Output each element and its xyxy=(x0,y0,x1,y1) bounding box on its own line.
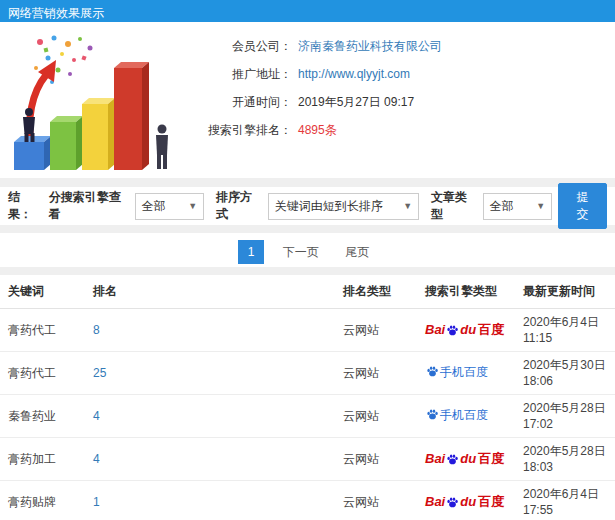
baidu-paw-icon xyxy=(426,408,439,421)
updated-cell: 2020年5月30日 18:06 xyxy=(515,352,615,395)
promo-url-label: 推广地址： xyxy=(182,66,292,82)
baidu-pc-logo: Baidu百度 xyxy=(425,451,504,467)
engine-cell: Baidu百度 xyxy=(417,309,515,352)
submit-button[interactable]: 提交 xyxy=(558,183,607,229)
rank-cell: 8 xyxy=(85,309,335,352)
pagination: 1 下一页 尾页 xyxy=(0,233,615,267)
table-row: 膏药代工 8 云网站 Baidu百度 2020年6月4日 11:15 xyxy=(0,309,615,352)
keyword-cell: 膏药代工 xyxy=(0,309,85,352)
rank-link[interactable]: 1 xyxy=(93,495,100,509)
next-page-link[interactable]: 下一页 xyxy=(275,239,327,266)
company-label: 会员公司： xyxy=(182,38,292,54)
baidu-paw-icon xyxy=(426,365,439,378)
company-link[interactable]: 济南秦鲁药业科技有限公司 xyxy=(298,38,442,54)
engine-cell: 手机百度 xyxy=(417,352,515,395)
sort-select[interactable]: 关键词由短到长排序 ▼ xyxy=(268,193,419,220)
sort-select-value: 关键词由短到长排序 xyxy=(275,198,383,215)
result-label: 结果： xyxy=(8,189,43,223)
engine-select-value: 全部 xyxy=(142,198,166,215)
rank-type-cell: 云网站 xyxy=(335,309,417,352)
filter-controls: 分搜索引擎查看 全部 ▼ 排序方式 关键词由短到长排序 ▼ 文章类型 全部 ▼ … xyxy=(43,183,607,229)
col-header-keyword: 关键词 xyxy=(0,275,85,309)
page-title: 网络营销效果展示 xyxy=(8,6,104,20)
baidu-paw-icon xyxy=(446,453,459,466)
promo-url-link[interactable]: http://www.qlyyjt.com xyxy=(298,66,410,82)
rank-count-value: 4895条 xyxy=(298,122,337,138)
col-header-rank: 排名 xyxy=(85,275,335,309)
open-date-value: 2019年5月27日 09:17 xyxy=(298,94,414,110)
baidu-pc-logo: Baidu百度 xyxy=(425,494,504,510)
keyword-table: 关键词 排名 排名类型 搜索引擎类型 最新更新时间 膏药代工 8 云网站 Bai… xyxy=(0,275,615,520)
keyword-cell: 膏药加工 xyxy=(0,438,85,481)
col-header-engine-type: 搜索引擎类型 xyxy=(417,275,515,309)
table-header-row: 关键词 排名 排名类型 搜索引擎类型 最新更新时间 xyxy=(0,275,615,309)
updated-cell: 2020年6月4日 11:15 xyxy=(515,309,615,352)
open-date-label: 开通时间： xyxy=(182,94,292,110)
engine-filter-label: 分搜索引擎查看 xyxy=(49,189,129,223)
bars-icon xyxy=(14,62,149,170)
keyword-table-panel: 关键词 排名 排名类型 搜索引擎类型 最新更新时间 膏药代工 8 云网站 Bai… xyxy=(0,275,615,520)
col-header-rank-type: 排名类型 xyxy=(335,275,417,309)
article-type-select[interactable]: 全部 ▼ xyxy=(483,193,552,220)
keyword-cell: 秦鲁药业 xyxy=(0,395,85,438)
engine-cell: Baidu百度 xyxy=(417,438,515,481)
rank-type-cell: 云网站 xyxy=(335,352,417,395)
rank-cell: 1 xyxy=(85,481,335,520)
article-type-label: 文章类型 xyxy=(431,189,477,223)
result-filter-bar: 结果： 分搜索引擎查看 全部 ▼ 排序方式 关键词由短到长排序 ▼ 文章类型 全… xyxy=(0,187,615,225)
bar-chart-growth-icon xyxy=(10,30,182,170)
article-type-select-value: 全部 xyxy=(490,198,514,215)
keyword-cell: 膏药贴牌 xyxy=(0,481,85,520)
engine-cell: Baidu百度 xyxy=(417,481,515,520)
rank-type-cell: 云网站 xyxy=(335,438,417,481)
baidu-pc-logo: Baidu百度 xyxy=(425,322,504,338)
updated-cell: 2020年6月4日 17:55 xyxy=(515,481,615,520)
rank-cell: 4 xyxy=(85,395,335,438)
rank-cell: 25 xyxy=(85,352,335,395)
rank-cell: 4 xyxy=(85,438,335,481)
rank-link[interactable]: 8 xyxy=(93,323,100,337)
keyword-table-body: 膏药代工 8 云网站 Baidu百度 2020年6月4日 11:15 膏药代工 … xyxy=(0,309,615,520)
member-info-form: 会员公司： 济南秦鲁药业科技有限公司 推广地址： http://www.qlyy… xyxy=(182,30,605,170)
rank-link[interactable]: 25 xyxy=(93,366,106,380)
member-info-panel: 会员公司： 济南秦鲁药业科技有限公司 推广地址： http://www.qlyy… xyxy=(0,22,615,178)
updated-cell: 2020年5月28日 18:03 xyxy=(515,438,615,481)
info-row-company: 会员公司： 济南秦鲁药业科技有限公司 xyxy=(182,38,605,54)
engine-cell: 手机百度 xyxy=(417,395,515,438)
table-row: 膏药加工 4 云网站 Baidu百度 2020年5月28日 18:03 xyxy=(0,438,615,481)
chevron-down-icon: ▼ xyxy=(536,201,545,211)
window-titlebar: 网络营销效果展示 xyxy=(0,0,615,22)
info-row-url: 推广地址： http://www.qlyyjt.com xyxy=(182,66,605,82)
last-page-link[interactable]: 尾页 xyxy=(337,239,377,266)
baidu-paw-icon xyxy=(446,496,459,509)
rank-type-cell: 云网站 xyxy=(335,395,417,438)
rank-link[interactable]: 4 xyxy=(93,452,100,466)
businessman-right-icon xyxy=(156,125,168,170)
chevron-down-icon: ▼ xyxy=(403,201,412,211)
sort-filter-label: 排序方式 xyxy=(216,189,262,223)
table-row: 膏药代工 25 云网站 手机百度 2020年5月30日 18:06 xyxy=(0,352,615,395)
rank-link[interactable]: 4 xyxy=(93,409,100,423)
table-row: 秦鲁药业 4 云网站 手机百度 2020年5月28日 17:02 xyxy=(0,395,615,438)
rank-type-cell: 云网站 xyxy=(335,481,417,520)
keyword-cell: 膏药代工 xyxy=(0,352,85,395)
baidu-mobile-logo: 手机百度 xyxy=(425,407,488,423)
rank-count-label: 搜索引擎排名： xyxy=(182,122,292,138)
table-row: 膏药贴牌 1 云网站 Baidu百度 2020年6月4日 17:55 xyxy=(0,481,615,520)
info-row-open-date: 开通时间： 2019年5月27日 09:17 xyxy=(182,94,605,110)
engine-select[interactable]: 全部 ▼ xyxy=(135,193,204,220)
info-row-rank-count: 搜索引擎排名： 4895条 xyxy=(182,122,605,138)
chevron-down-icon: ▼ xyxy=(188,201,197,211)
baidu-paw-icon xyxy=(446,324,459,337)
page-1-button[interactable]: 1 xyxy=(238,240,265,264)
chart-illustration xyxy=(10,30,182,170)
col-header-updated: 最新更新时间 xyxy=(515,275,615,309)
baidu-mobile-logo: 手机百度 xyxy=(425,364,488,380)
updated-cell: 2020年5月28日 17:02 xyxy=(515,395,615,438)
